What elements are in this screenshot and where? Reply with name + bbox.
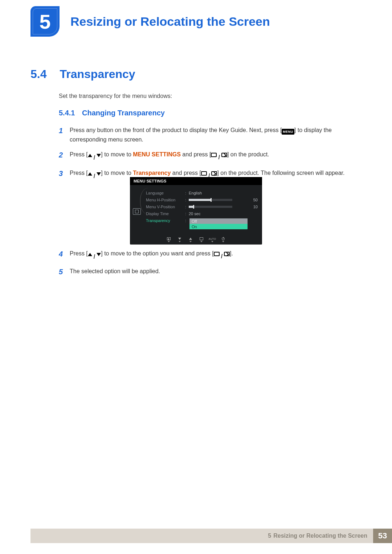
osd-nav-down-icon xyxy=(177,237,182,242)
osd-side-curve xyxy=(140,188,148,214)
up-down-icon: / xyxy=(88,172,101,181)
subsection-title: Changing Transparency xyxy=(82,109,165,117)
step-2: 2 Press [/] to move to MENU SETTINGS and… xyxy=(59,150,359,163)
osd-row-language: Language : English xyxy=(146,189,258,196)
osd-options-dropdown: Off On xyxy=(189,218,248,229)
osd-row-h-position: Menu H-Position : 50 xyxy=(146,196,258,203)
osd-title: MENU SETTINGS xyxy=(130,177,262,185)
osd-nav-back-icon xyxy=(167,237,171,242)
select-return-icon: / xyxy=(214,252,230,261)
osd-option-off: Off xyxy=(189,218,248,224)
footer-page-number: 53 xyxy=(373,529,392,543)
step-5: 5 The selected option will be applied. xyxy=(59,267,359,276)
section-heading: 5.4 Transparency xyxy=(30,67,362,81)
osd-nav-up-icon xyxy=(188,237,193,242)
osd-row-display-time: Display Time : 20 sec xyxy=(146,210,258,217)
transparency-highlight: Transparency xyxy=(133,170,171,176)
subsection-number: 5.4.1 xyxy=(59,109,75,117)
footer-bar: 5 Resizing or Relocating the Screen xyxy=(30,529,373,543)
chapter-title: Resizing or Relocating the Screen xyxy=(70,15,270,29)
footer-chapter-title: Resizing or Relocating the Screen xyxy=(273,533,367,539)
slider-icon xyxy=(189,206,232,208)
page-header: 5 Resizing or Relocating the Screen xyxy=(30,5,377,38)
chapter-number: 5 xyxy=(39,10,50,33)
osd-screenshot: MENU SETTINGS Language : English Menu H-… xyxy=(130,177,262,245)
section-title: Transparency xyxy=(60,67,135,81)
footer-chapter-number: 5 xyxy=(268,533,271,539)
osd-option-on: On xyxy=(189,224,248,229)
menu-settings-highlight: MENU SETTINGS xyxy=(133,151,181,157)
select-return-icon: / xyxy=(211,153,227,162)
section-number: 5.4 xyxy=(30,67,46,81)
step-4: 4 Press [/] to move to the option you wa… xyxy=(59,249,359,262)
osd-nav-enter-icon xyxy=(199,237,204,242)
osd-body: Language : English Menu H-Position : 50 … xyxy=(130,185,262,224)
osd-nav-auto-icon: AUTO xyxy=(210,237,215,242)
osd-row-v-position: Menu V-Position : 10 xyxy=(146,203,258,210)
steps-list-cont: 4 Press [/] to move to the option you wa… xyxy=(59,249,359,281)
page-footer: 5 Resizing or Relocating the Screen 53 xyxy=(30,529,392,543)
chapter-badge: 5 xyxy=(30,6,60,37)
up-down-icon: / xyxy=(88,252,101,262)
slider-icon xyxy=(189,199,232,201)
subsection-heading: 5.4.1 Changing Transparency xyxy=(59,109,165,117)
osd-category-icon xyxy=(133,208,141,215)
osd-nav-power-icon xyxy=(221,237,225,242)
step-1: 1 Press any button on the front of the p… xyxy=(59,126,359,144)
up-down-icon: / xyxy=(88,153,101,163)
menu-icon: MENU xyxy=(282,129,294,135)
section-intro: Set the transparency for the menu window… xyxy=(59,93,359,99)
osd-nav-bar: AUTO xyxy=(130,237,262,242)
